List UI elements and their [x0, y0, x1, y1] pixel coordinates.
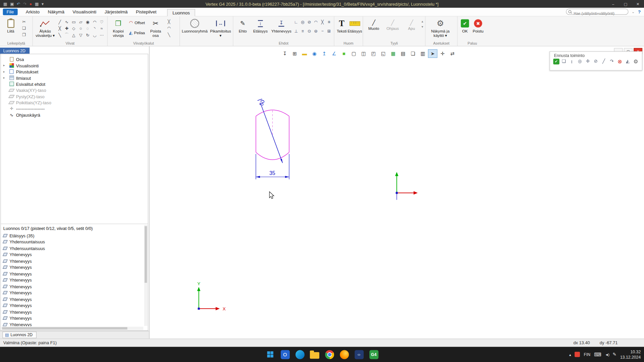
tree-item-esivalitut[interactable]: Esivalitut ehdot — [1, 81, 148, 87]
draw-tool-icon[interactable]: ♡ — [98, 18, 105, 25]
forbid-icon[interactable]: ⊘ — [592, 58, 599, 64]
quick-dimension-button[interactable]: ↔ Pikamitoitus ▾ — [208, 18, 233, 41]
draw-tool-icon[interactable]: △ — [70, 32, 77, 38]
line-edit-tool-icon[interactable]: ╲ — [166, 32, 172, 37]
layers-icon[interactable]: ▤ — [398, 49, 408, 58]
draw-tool-icon[interactable]: ◌ — [84, 25, 91, 32]
record-icon[interactable]: ● — [30, 2, 32, 6]
paste-button[interactable]: Liitä — [1, 18, 20, 41]
draw-tool-icon[interactable]: ▽ — [77, 32, 84, 38]
constraint-row[interactable]: Yhtenevyys — [1, 264, 144, 270]
coincident-constraint-button[interactable]: ↧ Yhtenevyys — [270, 18, 293, 41]
vertex-g4-icon[interactable]: G4 — [369, 349, 379, 360]
file-menu-button[interactable]: File — [3, 9, 18, 15]
scrollbar-thumb[interactable] — [145, 226, 147, 283]
line-edit-tool-icon[interactable]: ◠ — [166, 25, 172, 31]
draw-tool-icon[interactable]: ↻ — [84, 32, 91, 38]
ide-icon[interactable] — [354, 349, 364, 360]
ruler-icon[interactable]: ▬ — [300, 49, 309, 58]
tree-item-xz-plane[interactable]: Pysty(XZ)-taso — [1, 93, 148, 99]
printer-icon[interactable]: ▥ — [418, 49, 428, 58]
constraint-row[interactable]: Yhdensuuntaisuus — [1, 245, 144, 251]
constraint-tool-icon[interactable]: ⊞ — [326, 28, 332, 34]
tree-item-piirustukset[interactable]: Piirustukset — [1, 68, 148, 74]
help-icon[interactable]: ? — [638, 9, 641, 14]
constraint-row[interactable]: Yhtenevyys — [1, 321, 144, 326]
constraint-tool-icon[interactable]: ⊘ — [306, 19, 313, 25]
expand-icon[interactable] — [3, 70, 7, 73]
constraint-row[interactable]: Etäisyys (35) — [1, 232, 144, 239]
smart-polyline-button[interactable]: Älykäs viivaketju ▾ — [34, 18, 56, 41]
constraint-row[interactable]: Yhtenevyys — [1, 309, 144, 315]
tab-luonnos-2d[interactable]: Luonnos 2D — [2, 331, 37, 338]
dimension-50[interactable] — [258, 99, 283, 163]
aux-style-button[interactable]: Apu — [402, 18, 421, 31]
menu-visualisointi[interactable]: Visualisointi — [72, 9, 96, 14]
constraint-row[interactable]: Yhdensuuntaisuus — [1, 239, 144, 245]
fill-color-icon[interactable]: ■ — [339, 49, 348, 58]
snap-angle-icon[interactable]: ∠ — [329, 49, 339, 58]
clipboard-tool-icon[interactable]: ✂ — [21, 18, 27, 24]
tree-item-ohjauskayra[interactable]: Ohjauskäyrä — [1, 112, 148, 118]
snap-vertical-icon[interactable]: ↥ — [320, 49, 329, 58]
draw-tool-icon[interactable]: ⌒ — [63, 32, 70, 38]
drawing-canvas[interactable]: 50 35 — [150, 46, 644, 339]
shape-style-button[interactable]: Muoto — [364, 18, 383, 31]
draw-tool-icon[interactable]: ○ — [77, 25, 84, 32]
style-up-icon[interactable]: ▲ — [421, 20, 424, 23]
clipboard-tool-icon[interactable]: ❐ — [21, 32, 27, 37]
constraint-button[interactable]: Ehto — [234, 18, 251, 41]
offset-button[interactable]: Offset — [128, 18, 146, 27]
tree-item-osa[interactable]: Osa — [1, 56, 148, 62]
draw-tool-icon[interactable]: ◡ — [91, 32, 98, 38]
start-button[interactable] — [265, 349, 275, 360]
view-box-icon[interactable]: ▢ — [349, 49, 359, 58]
expand-icon[interactable] — [3, 64, 7, 67]
constraint-tool-icon[interactable]: − — [319, 28, 326, 34]
text-height-icon[interactable]: I — [569, 58, 575, 64]
expand-icon[interactable] — [3, 76, 7, 80]
quick-toolbar-icon[interactable]: ▦ — [35, 2, 39, 6]
constraint-row[interactable]: Yhtenevyys — [1, 251, 144, 258]
measure-button[interactable]: Etäisyys — [348, 18, 362, 41]
view-settings-button[interactable]: Näkymä ja käyttö ▾ — [427, 18, 454, 41]
grid-snap-icon[interactable]: ▦ — [388, 49, 398, 58]
settings-gear-icon[interactable]: ⚙ — [632, 58, 639, 64]
tree-item-ilmiasut[interactable]: Ilmiasut — [1, 75, 148, 81]
toolbar-menu-icon[interactable]: ▾ — [42, 2, 44, 6]
link-views-icon[interactable]: ⇄ — [448, 49, 457, 58]
clipboard-tool-icon[interactable]: ❏ — [21, 25, 27, 31]
constraint-tool-icon[interactable]: ╳ — [319, 19, 326, 25]
draw-tool-icon[interactable]: ▱ — [77, 18, 84, 25]
distance-constraint-button[interactable]: ↕ Etäisyys — [251, 18, 270, 41]
draw-tool-icon[interactable]: ╲ — [56, 32, 63, 38]
ok-button[interactable]: ✔ OK — [459, 18, 471, 41]
tree-item-xy-plane[interactable]: Vaaka(XY)-taso — [1, 87, 148, 93]
maximize-button[interactable]: ▢ — [620, 0, 632, 8]
draw-tool-icon[interactable]: ◝ — [91, 25, 98, 32]
constraint-row[interactable]: Yhtenevyys — [1, 315, 144, 321]
save-icon[interactable]: ▣ — [10, 2, 14, 6]
text-button[interactable]: T Teksti — [335, 18, 348, 41]
clock[interactable]: 10.32 13.12.2024 — [620, 349, 641, 360]
file-explorer-icon[interactable] — [310, 349, 320, 360]
edge-icon[interactable] — [295, 349, 305, 360]
firefox-icon[interactable] — [339, 349, 350, 360]
draw-tool-icon[interactable]: ╳ — [56, 25, 63, 32]
scrollbar-thumb[interactable] — [2, 327, 127, 329]
pen-icon[interactable] — [613, 352, 616, 357]
drawing-area[interactable]: 50 35 — [149, 46, 644, 339]
tray-app-icon[interactable] — [575, 352, 580, 357]
view-box-iso-icon[interactable]: ◱ — [379, 49, 388, 58]
constraint-row[interactable]: Yhtenevyys — [1, 290, 144, 296]
tray-expand-icon[interactable] — [569, 352, 571, 357]
guide-style-button[interactable]: Ohjaus — [383, 18, 402, 31]
speaker-icon[interactable] — [605, 352, 609, 357]
stop-icon[interactable]: ⊗ — [616, 58, 623, 64]
line-icon[interactable]: ╱ — [600, 58, 607, 64]
constraint-row[interactable]: Yhtenevyys — [1, 302, 144, 309]
language-indicator[interactable]: FIN — [584, 352, 590, 356]
constraint-tool-icon[interactable]: ⊜ — [313, 28, 319, 34]
tree-item-axis[interactable]: -------------------- — [1, 106, 148, 112]
move-icon[interactable]: ✛ — [584, 58, 591, 64]
